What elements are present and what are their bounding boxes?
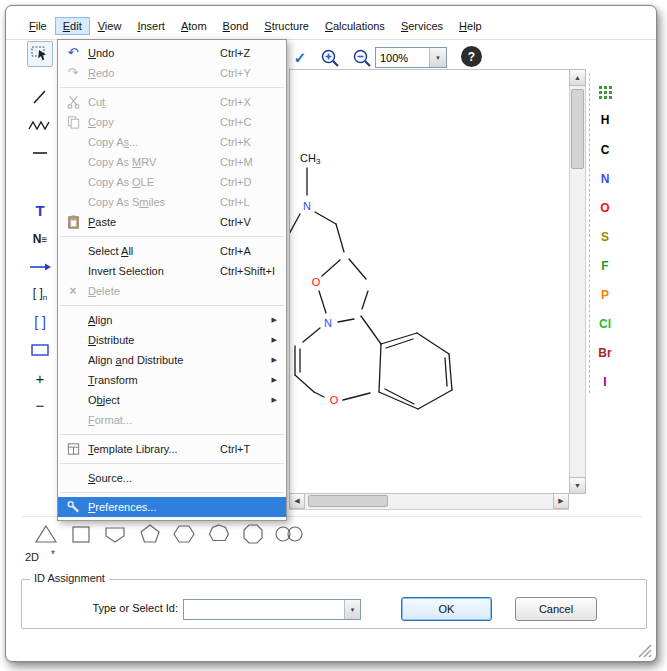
id-input[interactable]: [184, 600, 344, 619]
menu-calculations[interactable]: Calculations: [317, 17, 393, 35]
application: File Edit View Insert Atom Bond Structur…: [0, 0, 667, 671]
menu-item-delete[interactable]: × Delete: [58, 281, 286, 301]
menu-item-format[interactable]: Format...: [58, 410, 286, 430]
menu-item-paste[interactable]: PasteCtrl+V: [58, 212, 286, 232]
atom-list-icon: N≡: [33, 232, 48, 246]
menu-item-invert-selection[interactable]: Invert SelectionCtrl+Shift+I: [58, 261, 286, 281]
fused-rings-icon: [273, 522, 305, 546]
scroll-down-button[interactable]: ▼: [569, 477, 586, 494]
menu-item-object[interactable]: Object▶: [58, 390, 286, 410]
bond-tool-button[interactable]: [27, 84, 53, 110]
menu-item-template-library[interactable]: Template Library...Ctrl+T: [58, 439, 286, 459]
menu-item-redo[interactable]: ↷ RedoCtrl+Y: [58, 63, 286, 83]
zoom-out-icon: [351, 47, 373, 69]
atom-label-n1: N: [303, 200, 311, 212]
text-tool-button[interactable]: T: [27, 197, 53, 223]
template-cyclopropane-button[interactable]: [33, 521, 59, 547]
dash-tool-button[interactable]: [27, 140, 53, 166]
menu-help[interactable]: Help: [451, 17, 490, 35]
menu-item-copy-as-smiles[interactable]: Copy As SmilesCtrl+L: [58, 192, 286, 212]
reaction-arrow-tool-button[interactable]: [27, 254, 53, 280]
element-button-n[interactable]: N: [593, 168, 617, 190]
id-dropdown-button[interactable]: ▼: [344, 600, 360, 619]
element-button-br[interactable]: Br: [593, 342, 617, 364]
decrease-charge-button[interactable]: −: [27, 392, 53, 418]
menu-insert[interactable]: Insert: [129, 17, 173, 35]
dimension-toggle[interactable]: 2D: [25, 551, 39, 563]
paste-icon: [63, 212, 83, 232]
atom-list-tool-button[interactable]: N≡: [27, 226, 53, 252]
menu-services[interactable]: Services: [393, 17, 451, 35]
rectangle-graphics-tool-button[interactable]: [27, 337, 53, 363]
menu-item-undo[interactable]: ↶ UndoCtrl+Z: [58, 43, 286, 63]
template-cyclohexane-button[interactable]: [171, 521, 197, 547]
horizontal-scroll-thumb[interactable]: [308, 495, 388, 507]
element-button-p[interactable]: P: [593, 284, 617, 306]
scroll-up-button[interactable]: ▲: [569, 69, 586, 86]
element-button-o[interactable]: O: [593, 197, 617, 219]
resize-grip[interactable]: [635, 641, 653, 659]
element-button-i[interactable]: I: [593, 371, 617, 393]
menu-item-cut[interactable]: CutCtrl+X: [58, 92, 286, 112]
menu-item-copy-as-mrv[interactable]: Copy As MRVCtrl+M: [58, 152, 286, 172]
menu-separator: [60, 492, 284, 493]
periodic-table-button[interactable]: [593, 81, 617, 103]
zoom-out-button[interactable]: [349, 45, 375, 71]
increase-charge-button[interactable]: +: [27, 365, 53, 391]
menu-view[interactable]: View: [90, 17, 130, 35]
template-cyclopentane-h-button[interactable]: [102, 521, 128, 547]
zoom-in-icon: [319, 47, 341, 69]
template-cyclopentane-button[interactable]: [137, 521, 163, 547]
element-button-c[interactable]: C: [593, 139, 617, 161]
element-button-h[interactable]: H: [593, 109, 617, 131]
scroll-left-button[interactable]: ◀: [289, 493, 305, 509]
template-fused-rings-button[interactable]: [272, 521, 306, 547]
atom-label-o2: O: [330, 394, 339, 406]
brackets-tool-button[interactable]: [ ]: [27, 309, 53, 335]
zoom-dropdown-button[interactable]: ▼: [429, 48, 446, 67]
check-structure-button[interactable]: ✓: [290, 48, 310, 68]
chain-icon: [28, 114, 52, 136]
template-cyclobutane-button[interactable]: [68, 521, 94, 547]
menu-structure[interactable]: Structure: [256, 17, 317, 35]
drawing-canvas[interactable]: CH3 N O N O: [289, 69, 569, 494]
template-cycloheptane-button[interactable]: [206, 521, 232, 547]
menu-item-source[interactable]: Source...: [58, 468, 286, 488]
menu-item-copy-as[interactable]: Copy As...Ctrl+K: [58, 132, 286, 152]
menu-item-distribute[interactable]: Distribute▶: [58, 330, 286, 350]
menu-item-copy[interactable]: CopyCtrl+C: [58, 112, 286, 132]
menu-item-align[interactable]: Align▶: [58, 310, 286, 330]
menu-atom[interactable]: Atom: [173, 17, 215, 35]
horizontal-scrollbar[interactable]: ◀ ▶: [289, 494, 569, 510]
element-button-cl[interactable]: Cl: [593, 313, 617, 335]
element-button-s[interactable]: S: [593, 226, 617, 248]
zoom-in-button[interactable]: [317, 45, 343, 71]
marvinsketch-window: File Edit View Insert Atom Bond Structur…: [5, 5, 657, 662]
atom-label-n2: N: [324, 317, 332, 329]
ok-button[interactable]: OK: [401, 597, 492, 621]
template-cyclooctane-button[interactable]: [240, 521, 266, 547]
menu-item-select-all[interactable]: Select AllCtrl+A: [58, 241, 286, 261]
menu-separator: [60, 434, 284, 435]
chevron-down-icon: ▼: [350, 607, 356, 613]
selection-tool-button[interactable]: [27, 41, 53, 67]
repeat-group-tool-button[interactable]: [ ]n: [27, 281, 53, 307]
scroll-right-button[interactable]: ▶: [553, 493, 569, 509]
menu-item-copy-as-ole[interactable]: Copy As OLECtrl+D: [58, 172, 286, 192]
menu-edit[interactable]: Edit: [55, 17, 90, 35]
menu-item-preferences[interactable]: Preferences...: [58, 497, 286, 517]
redo-icon: ↷: [63, 63, 83, 83]
chain-tool-button[interactable]: [27, 112, 53, 138]
zoom-input[interactable]: [376, 48, 429, 67]
menu-file[interactable]: File: [21, 17, 55, 35]
menu-bond[interactable]: Bond: [215, 17, 257, 35]
vertical-scroll-thumb[interactable]: [571, 89, 584, 169]
cancel-button[interactable]: Cancel: [515, 597, 597, 621]
menu-item-transform[interactable]: Transform▶: [58, 370, 286, 390]
plus-icon: +: [36, 370, 45, 387]
vertical-scrollbar[interactable]: ▲ ▼: [569, 69, 586, 494]
scroll-left-icon: ◀: [294, 497, 299, 505]
help-button[interactable]: ?: [461, 46, 482, 67]
menu-item-align-and-distribute[interactable]: Align and Distribute▶: [58, 350, 286, 370]
element-button-f[interactable]: F: [593, 255, 617, 277]
